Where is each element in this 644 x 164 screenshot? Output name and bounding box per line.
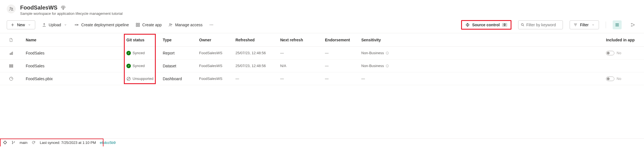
row-name[interactable]: FoodSales	[23, 64, 124, 68]
svg-point-11	[211, 25, 212, 25]
source-control-button[interactable]: Source control 0	[461, 20, 511, 30]
sync-icon[interactable]	[31, 140, 36, 145]
col-refreshed[interactable]: Refreshed	[233, 38, 278, 42]
table-row[interactable]: FoodSales.pbix UnsupportedDashboardFoodS…	[0, 72, 644, 85]
pipeline-label: Create deployment pipeline	[81, 23, 129, 27]
include-toggle[interactable]	[606, 77, 614, 81]
row-next: —	[278, 77, 323, 81]
row-endorsement: —	[323, 64, 359, 68]
row-owner: FoodSalesWS	[197, 77, 233, 81]
col-included[interactable]: Included in app	[604, 38, 637, 42]
row-type: Dataset	[161, 64, 197, 68]
table-row[interactable]: FoodSales✓ SyncedReportFoodSalesWS25/07/…	[0, 47, 644, 60]
table-row[interactable]: FoodSales✓ SyncedDatasetFoodSalesWS25/07…	[0, 60, 644, 72]
chevron-down-icon	[27, 23, 32, 27]
search-input[interactable]	[526, 23, 560, 27]
svg-rect-7	[138, 25, 140, 27]
svg-rect-26	[10, 66, 13, 67]
workspace-subtitle: Sample workspace for application lifecyc…	[20, 11, 122, 16]
row-git-status: ✓ Synced	[124, 64, 161, 68]
row-endorsement: —	[323, 51, 359, 55]
commit-hash[interactable]: e8dcc5b9	[100, 141, 115, 145]
svg-point-19	[634, 25, 634, 25]
app-icon	[136, 23, 140, 27]
row-sensitivity: Non-Business	[359, 64, 401, 68]
col-icon[interactable]	[7, 38, 23, 42]
access-label: Manage access	[175, 23, 202, 27]
workspace-header: FoodSalesWS Sample workspace for applica…	[0, 0, 644, 19]
col-git[interactable]: Git status	[124, 38, 161, 42]
row-type: Dashboard	[161, 77, 197, 81]
svg-rect-6	[136, 25, 138, 27]
list-view-button[interactable]	[613, 20, 622, 29]
sync-text: Last synced: 7/25/2023 at 1:10 PM	[40, 141, 96, 145]
row-name[interactable]: FoodSales.pbix	[23, 77, 124, 81]
status-bar: main Last synced: 7/25/2023 at 1:10 PM e…	[0, 138, 644, 146]
branch-icon	[11, 140, 16, 145]
check-icon: ✓	[126, 64, 131, 68]
lineage-view-button[interactable]	[628, 20, 637, 29]
col-name[interactable]: Name	[23, 38, 124, 42]
col-owner[interactable]: Owner	[197, 38, 233, 42]
row-owner: FoodSalesWS	[197, 64, 233, 68]
git-icon	[3, 140, 7, 145]
more-icon	[209, 23, 214, 27]
upload-button[interactable]: Upload	[42, 23, 68, 27]
col-type[interactable]: Type	[161, 38, 197, 42]
svg-point-10	[210, 25, 211, 25]
filter-label: Filter	[580, 23, 589, 27]
workspace-title: FoodSalesWS	[20, 4, 57, 11]
svg-point-2	[75, 25, 76, 25]
row-type-icon	[7, 64, 23, 68]
branch-name[interactable]: main	[20, 141, 27, 145]
svg-point-9	[171, 24, 172, 25]
svg-point-32	[14, 142, 15, 142]
svg-point-8	[169, 23, 171, 25]
search-input-wrap[interactable]	[518, 20, 563, 29]
createapp-button[interactable]: Create app	[136, 23, 162, 27]
svg-point-31	[12, 143, 13, 144]
include-toggle[interactable]	[606, 51, 614, 55]
row-name[interactable]: FoodSales	[23, 51, 124, 55]
git-icon	[465, 23, 470, 27]
table-header: Name Git status Type Owner Refreshed Nex…	[0, 33, 644, 47]
filter-icon	[573, 23, 578, 27]
pipeline-button[interactable]: Create deployment pipeline	[74, 23, 129, 27]
access-button[interactable]: Manage access	[168, 23, 202, 27]
svg-point-0	[10, 7, 11, 9]
search-icon	[521, 23, 525, 27]
svg-point-16	[521, 23, 523, 25]
svg-rect-21	[11, 53, 11, 54]
toolbar-divider	[606, 22, 606, 28]
row-refreshed: 25/07/23, 12:48:56	[233, 51, 278, 55]
content-table: Name Git status Type Owner Refreshed Nex…	[0, 33, 644, 85]
svg-rect-20	[10, 53, 10, 54]
plus-icon	[10, 23, 15, 27]
new-button[interactable]: New	[7, 20, 35, 29]
source-control-label: Source control	[472, 23, 500, 27]
row-included: No	[604, 51, 637, 55]
svg-rect-5	[138, 23, 140, 25]
svg-rect-15	[468, 24, 468, 25]
filter-button[interactable]: Filter	[570, 20, 599, 29]
unsupported-icon	[126, 77, 131, 81]
svg-point-12	[213, 25, 213, 25]
row-next: N/A	[278, 64, 323, 68]
new-button-label: New	[17, 23, 25, 27]
toolbar: New Upload Create deployment pipeline Cr…	[0, 19, 644, 33]
svg-point-1	[12, 8, 13, 9]
col-next[interactable]: Next refresh	[278, 38, 323, 42]
check-icon: ✓	[126, 51, 131, 55]
col-endorsement[interactable]: Endorsement	[323, 38, 359, 42]
svg-point-18	[631, 26, 632, 27]
chevron-down-icon	[591, 23, 595, 27]
row-endorsement: —	[323, 77, 359, 81]
svg-rect-4	[136, 23, 138, 25]
row-type: Report	[161, 51, 197, 55]
row-owner: FoodSalesWS	[197, 51, 233, 55]
col-sensitivity[interactable]: Sensitivity	[359, 38, 401, 42]
pipeline-icon	[74, 23, 79, 27]
chevron-down-icon	[63, 23, 68, 27]
more-button[interactable]	[209, 23, 214, 27]
svg-rect-25	[10, 65, 13, 66]
